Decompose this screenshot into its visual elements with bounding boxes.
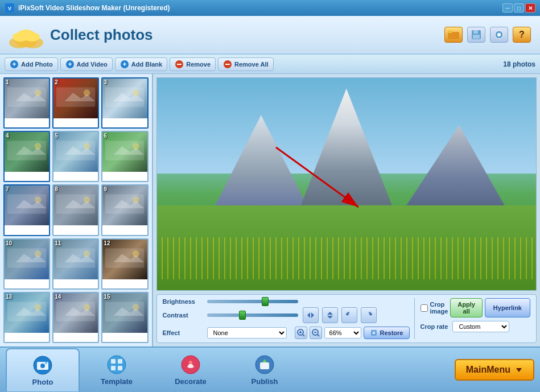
remove-all-icon <box>223 60 232 69</box>
effect-row: Effect NoneGrayscaleSepiaBlurSharpen <box>163 327 410 339</box>
thumbnail-item[interactable]: 1 <box>3 77 50 129</box>
flip-vertical-button[interactable] <box>322 307 338 323</box>
svg-rect-9 <box>448 30 452 33</box>
publish-nav-icon <box>254 354 275 375</box>
svg-rect-104 <box>111 359 116 364</box>
minimize-button[interactable]: ─ <box>502 3 513 13</box>
svg-rect-22 <box>177 64 182 65</box>
publish-icon <box>254 354 275 375</box>
flip-horizontal-button[interactable] <box>303 307 319 323</box>
svg-point-60 <box>133 197 139 204</box>
apply-all-button[interactable]: Apply all <box>450 298 483 317</box>
thumbnail-item[interactable]: 9 <box>101 184 148 236</box>
bottom-nav: Photo Template Decorate <box>0 346 540 392</box>
remove-all-button[interactable]: Remove All <box>218 57 274 71</box>
title-bar: V iPixSoft Video Slideshow Maker (Unregi… <box>0 0 540 16</box>
crop-image-label[interactable]: Crop image <box>421 301 448 315</box>
thumbnail-grid: 1 2 3 <box>0 74 152 346</box>
zoom-out-button[interactable] <box>310 327 322 339</box>
svg-point-64 <box>35 250 42 257</box>
save-button[interactable] <box>467 27 485 43</box>
photo-nav-icon <box>32 355 53 376</box>
nav-item-template[interactable]: Template <box>80 348 154 391</box>
svg-point-44 <box>84 143 90 150</box>
thumbnail-number: 3 <box>104 79 107 85</box>
nav-item-decorate[interactable]: Decorate <box>154 348 228 391</box>
photo-count: 18 photos <box>503 60 535 68</box>
nav-label-template: Template <box>101 377 133 386</box>
thumbnail-item[interactable]: 3 <box>101 77 148 129</box>
help-button[interactable]: ? <box>513 27 531 43</box>
zoom-select[interactable]: 25%50%66%75%100% <box>324 327 361 339</box>
hyperlink-button[interactable]: Hyperlink <box>485 298 530 317</box>
nav-item-publish[interactable]: Publish <box>228 348 302 391</box>
svg-text:+: + <box>122 60 126 68</box>
add-blank-button[interactable]: + Add Blank <box>115 57 167 71</box>
thumbnail-item[interactable]: 2 <box>52 77 99 129</box>
nav-label-publish: Publish <box>252 377 278 386</box>
close-button[interactable]: ✕ <box>525 3 535 13</box>
crop-image-checkbox[interactable] <box>421 304 428 312</box>
svg-text:+: + <box>12 60 16 68</box>
contrast-row: Contrast <box>163 307 410 323</box>
svg-point-7 <box>24 32 40 42</box>
remove-icon <box>175 60 184 69</box>
thumbnail-item[interactable]: 12 <box>101 238 148 290</box>
settings-button[interactable] <box>490 27 508 43</box>
add-photo-icon: + <box>10 60 19 69</box>
contrast-slider-track[interactable] <box>207 313 298 317</box>
flip-v-icon <box>325 311 335 320</box>
svg-point-109 <box>189 361 192 364</box>
open-folder-button[interactable] <box>444 27 463 43</box>
add-video-icon: + <box>65 60 75 69</box>
brightness-slider-track[interactable] <box>207 300 298 303</box>
brightness-label: Brightness <box>163 298 203 305</box>
rotate-left-button[interactable] <box>341 307 357 323</box>
contrast-label: Contrast <box>163 312 203 319</box>
thumbnail-item[interactable]: 6 <box>101 131 148 182</box>
crop-rate-select[interactable]: Custom4:316:91:13:2 <box>452 321 509 332</box>
svg-point-14 <box>497 33 501 36</box>
svg-point-72 <box>133 250 139 257</box>
mountain-scene <box>157 78 536 290</box>
thumbnail-number: 6 <box>104 133 107 139</box>
maximize-button[interactable]: □ <box>514 3 524 13</box>
main-menu-label: MainMenu <box>466 365 510 375</box>
thumbnail-item[interactable]: 13 <box>3 292 50 343</box>
title-bar-controls: ─ □ ✕ <box>502 3 535 13</box>
thumbnail-item[interactable]: 5 <box>52 131 99 182</box>
effect-select[interactable]: NoneGrayscaleSepiaBlurSharpen <box>207 327 287 339</box>
contrast-slider-thumb[interactable] <box>239 311 246 320</box>
thumbnail-number: 1 <box>6 79 9 85</box>
restore-label: Restore <box>380 329 403 336</box>
transform-icons <box>303 307 377 323</box>
zoom-in-button[interactable] <box>295 327 307 339</box>
svg-point-101 <box>40 364 45 368</box>
thumbnail-item[interactable]: 10 <box>3 238 50 290</box>
nav-item-photo[interactable]: Photo <box>6 348 80 391</box>
thumbnail-item[interactable]: 8 <box>52 184 99 236</box>
svg-rect-105 <box>118 359 122 364</box>
flowers <box>157 237 536 280</box>
thumbnail-item[interactable]: 7 <box>3 184 50 236</box>
nav-label-photo: Photo <box>32 378 53 386</box>
add-photo-button[interactable]: + Add Photo <box>5 57 58 71</box>
svg-point-84 <box>133 304 139 311</box>
rotate-right-button[interactable] <box>361 307 377 323</box>
brightness-slider-thumb[interactable] <box>262 297 269 306</box>
thumbnail-item[interactable]: 11 <box>52 238 99 290</box>
thumbnail-item[interactable]: 14 <box>52 292 99 343</box>
restore-button[interactable]: Restore <box>364 327 410 339</box>
thumbnail-number: 5 <box>55 133 58 139</box>
add-video-button[interactable]: + Add Video <box>60 57 113 71</box>
thumbnail-item[interactable]: 15 <box>101 292 148 343</box>
thumbnail-item[interactable]: 4 <box>3 131 50 182</box>
thumbnail-number: 9 <box>104 186 107 192</box>
preview-panel: Brightness Contrast <box>153 74 540 346</box>
remove-button[interactable]: Remove <box>170 57 216 71</box>
svg-line-95 <box>318 335 319 336</box>
thumbnail-number: 4 <box>6 133 9 139</box>
add-blank-icon: + <box>120 60 129 69</box>
main-menu-button[interactable]: MainMenu <box>455 359 534 381</box>
crop-and-apply-row: Crop image Apply all Hyperlink <box>421 298 531 317</box>
